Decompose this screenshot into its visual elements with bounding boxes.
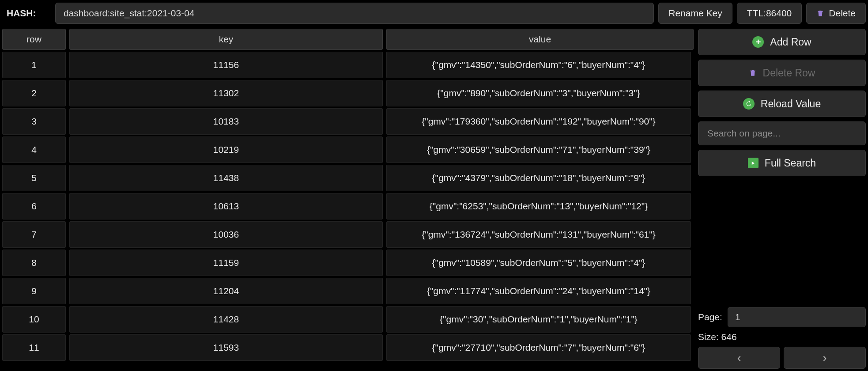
row-index-cell: 9 [2, 278, 66, 304]
row-index-cell: 6 [2, 193, 66, 220]
row-value-cell: {"gmv":"30659","subOrderNum":"71","buyer… [386, 136, 691, 163]
add-row-button[interactable]: + Add Row [698, 29, 866, 55]
ttl-label: TTL:86400 [747, 8, 792, 19]
reload-value-label: Reload Value [761, 98, 821, 110]
row-key-cell: 11156 [69, 52, 383, 78]
row-key-cell: 10219 [69, 136, 383, 163]
play-icon [748, 158, 759, 168]
row-value-cell: {"gmv":"27710","subOrderNum":"7","buyerN… [386, 334, 691, 361]
delete-row-label: Delete Row [763, 67, 815, 79]
prev-page-button[interactable]: ‹ [698, 347, 780, 369]
table-row[interactable]: 811159{"gmv":"10589","subOrderNum":"5","… [2, 250, 691, 276]
table-row[interactable]: 211302{"gmv":"890","subOrderNum":"3","bu… [2, 80, 691, 106]
delete-key-label: Delete [829, 8, 856, 19]
table-row[interactable]: 710036{"gmv":"136724","subOrderNum":"131… [2, 221, 691, 248]
row-index-cell: 1 [2, 52, 66, 78]
row-key-cell: 11593 [69, 334, 383, 361]
row-key-cell: 10183 [69, 108, 383, 135]
row-value-cell: {"gmv":"30","subOrderNum":"1","buyerNum"… [386, 306, 691, 333]
table-row[interactable]: 610613{"gmv":"6253","subOrderNum":"13","… [2, 193, 691, 220]
col-header-value: value [386, 29, 694, 50]
row-value-cell: {"gmv":"11774","subOrderNum":"24","buyer… [386, 278, 691, 304]
row-index-cell: 4 [2, 136, 66, 163]
ttl-button[interactable]: TTL:86400 [737, 3, 802, 24]
row-index-cell: 2 [2, 80, 66, 106]
row-index-cell: 3 [2, 108, 66, 135]
key-type-label: HASH: [2, 8, 51, 19]
row-index-cell: 11 [2, 334, 66, 361]
rename-key-button[interactable]: Rename Key [658, 3, 732, 24]
table-row[interactable]: 111156{"gmv":"14350","subOrderNum":"6","… [2, 52, 691, 78]
row-value-cell: {"gmv":"136724","subOrderNum":"131","buy… [386, 221, 691, 248]
row-value-cell: {"gmv":"4379","subOrderNum":"18","buyerN… [386, 165, 691, 191]
table-body[interactable]: 111156{"gmv":"14350","subOrderNum":"6","… [2, 52, 694, 369]
plus-icon: + [752, 36, 764, 48]
row-key-cell: 11428 [69, 306, 383, 333]
table-row[interactable]: 511438{"gmv":"4379","subOrderNum":"18","… [2, 165, 691, 191]
col-header-row: row [2, 29, 66, 50]
row-index-cell: 8 [2, 250, 66, 276]
full-search-button[interactable]: Full Search [698, 150, 866, 176]
table-row[interactable]: 1111593{"gmv":"27710","subOrderNum":"7",… [2, 334, 691, 361]
search-input[interactable] [698, 121, 866, 145]
table-row[interactable]: 310183{"gmv":"179360","subOrderNum":"192… [2, 108, 691, 135]
col-header-key: key [69, 29, 383, 50]
table-row[interactable]: 410219{"gmv":"30659","subOrderNum":"71",… [2, 136, 691, 163]
row-key-cell: 10036 [69, 221, 383, 248]
row-value-cell: {"gmv":"6253","subOrderNum":"13","buyerN… [386, 193, 691, 220]
row-index-cell: 7 [2, 221, 66, 248]
row-key-cell: 10613 [69, 193, 383, 220]
add-row-label: Add Row [770, 36, 811, 48]
delete-row-button[interactable]: Delete Row [698, 60, 866, 86]
row-index-cell: 10 [2, 306, 66, 333]
reload-value-button[interactable]: Reload Value [698, 91, 866, 117]
row-index-cell: 5 [2, 165, 66, 191]
trash-icon [749, 68, 757, 78]
reload-icon [743, 98, 755, 110]
row-key-cell: 11302 [69, 80, 383, 106]
row-key-cell: 11159 [69, 250, 383, 276]
trash-icon [816, 8, 824, 18]
table-row[interactable]: 911204{"gmv":"11774","subOrderNum":"24",… [2, 278, 691, 304]
row-value-cell: {"gmv":"14350","subOrderNum":"6","buyerN… [386, 52, 691, 78]
delete-key-button[interactable]: Delete [806, 3, 866, 24]
rename-key-label: Rename Key [668, 8, 722, 19]
row-value-cell: {"gmv":"179360","subOrderNum":"192","buy… [386, 108, 691, 135]
row-value-cell: {"gmv":"10589","subOrderNum":"5","buyerN… [386, 250, 691, 276]
table-row[interactable]: 1011428{"gmv":"30","subOrderNum":"1","bu… [2, 306, 691, 333]
page-label: Page: [698, 312, 722, 322]
row-key-cell: 11438 [69, 165, 383, 191]
page-input[interactable] [728, 307, 866, 327]
key-name-input[interactable] [55, 3, 654, 24]
row-key-cell: 11204 [69, 278, 383, 304]
full-search-label: Full Search [765, 157, 816, 169]
size-label: Size: 646 [698, 332, 737, 342]
row-value-cell: {"gmv":"890","subOrderNum":"3","buyerNum… [386, 80, 691, 106]
next-page-button[interactable]: › [784, 347, 866, 369]
